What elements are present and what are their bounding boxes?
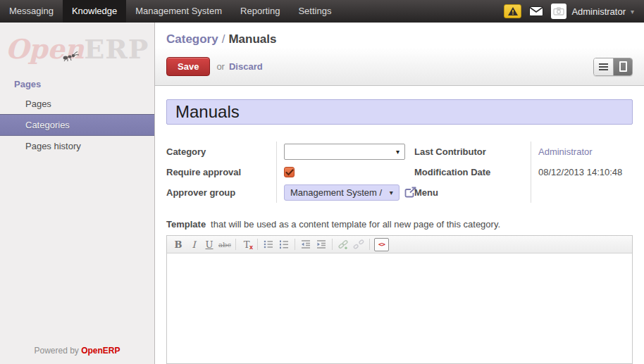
nav-reporting[interactable]: Reporting	[231, 0, 289, 23]
main-content: Category/Manuals Save or Discard	[155, 23, 644, 364]
mail-icon	[529, 6, 543, 16]
category-name-input[interactable]	[166, 99, 633, 125]
content-header: Category/Manuals Save or Discard	[155, 23, 644, 86]
template-header: Templatethat will be used as a content t…	[166, 219, 633, 230]
underline-button[interactable]: U	[202, 237, 217, 251]
form-grid: Category ▾ Require approval	[166, 142, 633, 203]
sidebar-item-pages[interactable]: Pages	[0, 94, 154, 114]
powered-by: Powered by OpenERP	[0, 346, 154, 364]
view-switcher	[593, 58, 633, 76]
toolbar-separator	[369, 239, 370, 250]
modification-date-label: Modification Date	[414, 162, 531, 182]
editor-content[interactable]	[167, 253, 632, 363]
unlink-icon	[353, 239, 364, 250]
ordered-list-icon	[278, 239, 290, 250]
camera-icon	[553, 7, 564, 15]
approver-group-value: Management System /	[290, 187, 385, 198]
last-contributor-label: Last Contributor	[414, 142, 531, 162]
editor-toolbar: B I U abc T x	[167, 236, 632, 253]
chevron-down-icon: ▾	[631, 8, 634, 15]
breadcrumb-category-link[interactable]: Category	[166, 32, 218, 46]
powered-by-label: Powered by	[34, 346, 78, 356]
topbar-right-tools: Administrator ▾	[504, 0, 644, 23]
chevron-down-icon: ▾	[390, 189, 393, 196]
breadcrumb-current: Manuals	[228, 32, 276, 46]
messages-button[interactable]	[529, 6, 543, 16]
menu-label: Menu	[414, 182, 531, 203]
list-view-icon	[599, 63, 608, 70]
red-x-icon: x	[249, 244, 253, 251]
form-view-button[interactable]	[613, 58, 632, 75]
link-icon	[338, 239, 349, 250]
user-menu[interactable]: Administrator ▾	[551, 4, 634, 19]
ordered-list-button[interactable]	[276, 237, 292, 251]
top-navbar: Messaging Knowledge Management System Re…	[0, 0, 644, 23]
link-button[interactable]	[335, 237, 351, 251]
unlink-button[interactable]	[351, 237, 366, 251]
template-description: that will be used as a content template …	[211, 219, 500, 230]
toolbar-separator	[257, 239, 258, 250]
nav-settings[interactable]: Settings	[289, 0, 340, 23]
remove-format-button[interactable]: T x	[239, 237, 254, 251]
or-label: or	[216, 61, 225, 72]
breadcrumb-separator: /	[222, 32, 225, 46]
toolbar-separator	[235, 239, 236, 250]
app-window: Messaging Knowledge Management System Re…	[0, 0, 644, 364]
source-code-button[interactable]: <>	[374, 238, 389, 251]
actions-row: Save or Discard	[166, 57, 633, 76]
outdent-icon	[300, 239, 311, 250]
outdent-button[interactable]	[298, 237, 314, 251]
sidebar: OpenERP Pages Pages Categories Pages his…	[0, 23, 155, 364]
approver-group-label: Approver group	[166, 182, 276, 203]
form-group-right: Last Contributor Administrator Modificat…	[414, 142, 633, 203]
toolbar-separator	[295, 239, 295, 250]
nav-messaging[interactable]: Messaging	[0, 0, 63, 23]
indent-icon	[316, 239, 327, 250]
nav-management-system[interactable]: Management System	[126, 0, 231, 23]
check-icon	[285, 169, 294, 176]
discard-link[interactable]: Discard	[229, 61, 263, 72]
unordered-list-button[interactable]	[261, 237, 276, 251]
source-code-icon: <>	[378, 241, 385, 248]
toolbar-separator	[332, 239, 333, 250]
template-editor: B I U abc T x	[166, 235, 633, 364]
breadcrumb: Category/Manuals	[166, 32, 633, 46]
italic-button[interactable]: I	[186, 237, 202, 251]
list-view-button[interactable]	[594, 58, 613, 75]
approver-group-select[interactable]: Management System / ▾	[284, 184, 400, 201]
openerp-logo: OpenERP	[0, 34, 154, 65]
bold-button[interactable]: B	[171, 237, 186, 251]
indent-button[interactable]	[314, 237, 329, 251]
chevron-down-icon: ▾	[396, 148, 400, 156]
nav-knowledge[interactable]: Knowledge	[63, 0, 126, 23]
form-view-icon	[619, 61, 627, 72]
form-group-left: Category ▾ Require approval	[166, 142, 414, 203]
avatar	[551, 4, 566, 19]
ant-icon	[62, 37, 80, 68]
require-approval-checkbox[interactable]	[284, 167, 295, 177]
strikethrough-button[interactable]: abc	[217, 237, 233, 251]
openerp-link[interactable]: OpenERP	[81, 346, 120, 356]
save-button[interactable]: Save	[166, 57, 210, 76]
sidebar-item-categories[interactable]: Categories	[0, 114, 154, 136]
warning-badge-button[interactable]	[504, 4, 521, 18]
unordered-list-icon	[263, 239, 274, 250]
warning-icon	[507, 6, 519, 16]
category-label: Category	[166, 142, 276, 162]
modification-date-value: 08/12/2013 14:10:48	[538, 167, 622, 177]
last-contributor-value[interactable]: Administrator	[538, 146, 593, 157]
user-name: Administrator	[571, 6, 626, 17]
sidebar-item-pages-history[interactable]: Pages history	[0, 136, 154, 156]
logo-erp-text: ERP	[84, 33, 149, 65]
form-sheet: Category ▾ Require approval	[155, 86, 644, 364]
require-approval-label: Require approval	[166, 162, 276, 182]
sidebar-section-pages: Pages	[0, 68, 154, 94]
template-label: Template	[166, 219, 206, 230]
category-select[interactable]: ▾	[284, 144, 405, 160]
